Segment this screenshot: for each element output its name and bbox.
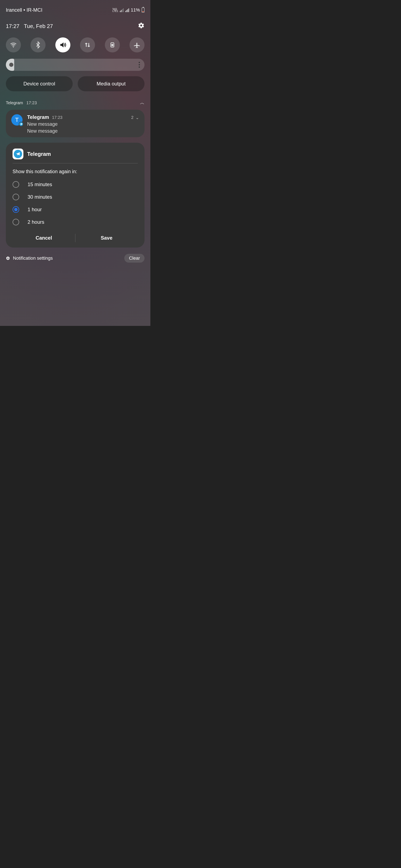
snooze-option-2hours[interactable]: 2 hours (12, 216, 138, 228)
media-output-button[interactable]: Media output (78, 76, 145, 91)
sound-icon (59, 41, 67, 49)
notification-settings-button[interactable]: Notification settings (6, 255, 53, 261)
battery-icon (142, 7, 145, 12)
qs-mobile-data-toggle[interactable] (80, 37, 95, 53)
brightness-slider[interactable] (6, 59, 145, 71)
signal-2-icon (125, 8, 129, 12)
notification-message-1: New message (27, 121, 139, 127)
qs-rotation-lock-toggle[interactable] (105, 37, 120, 53)
status-bar: Irancell • IR-MCI Vo)) LTE1 11% (6, 0, 145, 13)
notification-title: Telegram (27, 114, 49, 120)
snooze-app-name: Telegram (27, 151, 51, 157)
notification-count: 2 (131, 115, 133, 120)
snooze-save-button[interactable]: Save (75, 232, 138, 244)
svg-point-0 (13, 46, 14, 48)
group-time: 17:23 (26, 100, 37, 105)
snooze-option-30min[interactable]: 30 minutes (12, 191, 138, 203)
network-type-icon: Vo)) LTE1 (112, 8, 118, 12)
snooze-option-15min[interactable]: 15 minutes (12, 178, 138, 191)
radio-selected-icon (12, 206, 19, 213)
gear-icon (6, 256, 10, 260)
notification-group-header[interactable]: Telegram 17:23 ︿ (6, 100, 145, 106)
group-app-name: Telegram (6, 100, 23, 105)
qs-sound-toggle[interactable] (55, 37, 70, 53)
time-date-row: 17:27 Tue, Feb 27 (6, 22, 145, 30)
snooze-panel: Telegram Show this notification again in… (6, 143, 145, 248)
signal-1-icon (120, 8, 124, 12)
radio-icon (12, 219, 19, 225)
telegram-app-icon (12, 149, 23, 159)
brightness-icon (10, 63, 13, 66)
notification-message-2: New message (27, 128, 139, 134)
telegram-badge-icon (19, 122, 23, 126)
snooze-prompt: Show this notification again in: (12, 169, 138, 175)
gear-icon (138, 22, 145, 29)
qs-wifi-toggle[interactable] (6, 37, 21, 53)
radio-icon (12, 181, 19, 188)
wifi-icon (10, 41, 17, 49)
clock-date: Tue, Feb 27 (24, 23, 53, 29)
clock-time: 17:27 (6, 23, 20, 29)
notification-time: 17:23 (52, 115, 62, 120)
chevron-up-icon: ︿ (140, 100, 145, 106)
snooze-cancel-button[interactable]: Cancel (12, 232, 75, 244)
brightness-menu-button[interactable] (139, 62, 140, 68)
notification-avatar: T (11, 114, 23, 126)
data-arrows-icon (84, 41, 91, 49)
carrier-label: Irancell • IR-MCI (6, 7, 42, 13)
device-control-button[interactable]: Device control (6, 76, 73, 91)
settings-button[interactable] (138, 22, 145, 30)
quick-settings-row (6, 37, 145, 53)
notification-card[interactable]: T Telegram 17:23 2 ⌄ (6, 110, 145, 137)
battery-percent: 11% (131, 7, 140, 13)
bluetooth-icon (34, 41, 42, 49)
snooze-option-1hour[interactable]: 1 hour (12, 203, 138, 216)
chevron-down-icon[interactable]: ⌄ (135, 115, 139, 120)
qs-airplane-toggle[interactable] (129, 37, 145, 53)
qs-bluetooth-toggle[interactable] (30, 37, 45, 53)
clear-notifications-button[interactable]: Clear (124, 254, 145, 262)
svg-rect-2 (112, 44, 113, 46)
rotation-lock-icon (109, 41, 116, 49)
airplane-icon (133, 41, 141, 49)
radio-icon (12, 194, 19, 200)
